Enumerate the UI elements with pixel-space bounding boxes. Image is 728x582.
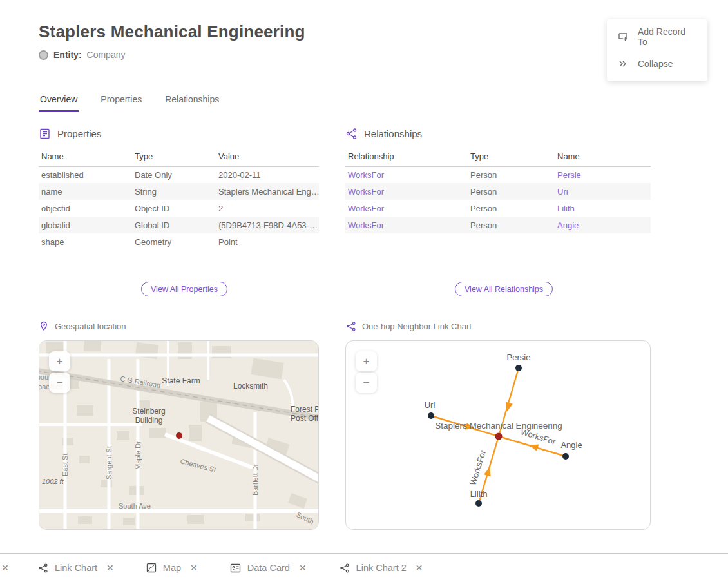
link-chart-panel[interactable]: WorksFor WorksFor Persie Uri Angie Lilit…	[345, 340, 651, 530]
cell-type: Person	[468, 217, 555, 233]
menu-item-collapse[interactable]: Collapse	[607, 50, 707, 77]
geospatial-section-header: Geospatial location	[39, 321, 126, 331]
map-label-state-farm: State Farm	[162, 376, 200, 385]
close-tab-icon[interactable]: ✕	[416, 563, 423, 573]
link-chart-tab-icon	[37, 563, 48, 574]
cell-type: Date Only	[132, 166, 216, 183]
view-all-properties-button[interactable]: View All Properties	[141, 282, 227, 296]
link-chart-section-header: One-hop Neighbor Link Chart	[345, 321, 472, 332]
map-label-steinberg-1: Steinberg	[132, 407, 165, 416]
entity-row: Entity: Company	[39, 50, 125, 60]
link-chart-zoom-out-button[interactable]: −	[356, 373, 377, 393]
relationship-link[interactable]: WorksFor	[348, 187, 384, 197]
location-marker	[176, 432, 182, 439]
table-row: WorksFor Person Uri	[345, 183, 651, 200]
node-center[interactable]	[495, 433, 503, 440]
bottom-tab-bar: ✕ Link Chart ✕ Map ✕ Data Card ✕	[0, 553, 728, 582]
bottom-tab-map[interactable]: Map ✕	[135, 554, 209, 582]
cell-name: shape	[39, 233, 132, 250]
col-header-type: Type	[468, 147, 555, 166]
partial-tab-close-icon[interactable]: ✕	[1, 563, 10, 573]
cell-type: Person	[468, 166, 555, 183]
cell-type: String	[132, 183, 216, 200]
link-chart-zoom-control: + −	[356, 351, 377, 393]
relationships-table: Relationship Type Name WorksFor Person P…	[345, 147, 651, 233]
cell-name: globalid	[39, 217, 132, 233]
map-label-locksmith: Locksmith	[233, 382, 268, 391]
table-row: established Date Only 2020-02-11	[39, 166, 319, 183]
entity-label: Entity:	[53, 50, 82, 60]
node-angie[interactable]	[562, 453, 569, 460]
section-title: Relationships	[364, 128, 422, 139]
col-header-type: Type	[132, 147, 216, 166]
tab-relationships[interactable]: Relationships	[164, 92, 220, 112]
cell-value: 2020-02-11	[216, 166, 319, 183]
map-zoom-control: + −	[49, 351, 70, 393]
section-title: Properties	[57, 128, 101, 139]
close-tab-icon[interactable]: ✕	[190, 563, 198, 573]
entity-link[interactable]: Uri	[557, 187, 568, 197]
bottom-tab-label: Map	[163, 563, 181, 573]
node-label-center: Staplers Mechanical Engineering	[435, 421, 562, 431]
table-row: shape Geometry Point	[39, 233, 319, 250]
close-tab-icon[interactable]: ✕	[299, 563, 307, 573]
node-label-uri: Uri	[425, 400, 436, 410]
col-header-value: Value	[216, 147, 319, 166]
relationship-link[interactable]: WorksFor	[348, 170, 384, 180]
menu-item-add-record-to[interactable]: Add Record To	[607, 23, 707, 50]
entity-type: Company	[87, 50, 126, 60]
edge-arrow	[503, 402, 512, 413]
map-zoom-in-button[interactable]: +	[49, 351, 70, 371]
node-label-lilith: Lilith	[470, 489, 488, 499]
table-row: globalid Global ID {5D9B4713-F98D-4A53-…	[39, 217, 319, 233]
col-header-name: Name	[555, 147, 651, 166]
entity-link[interactable]: Angie	[557, 220, 579, 230]
close-tab-icon[interactable]: ✕	[106, 563, 114, 573]
link-chart-tab-icon	[339, 563, 350, 574]
cell-type: Object ID	[132, 200, 216, 217]
col-header-relationship: Relationship	[345, 147, 468, 166]
page-title: Staplers Mechanical Engineering	[39, 22, 305, 42]
tab-overview[interactable]: Overview	[39, 92, 79, 112]
bottom-tab-link-chart[interactable]: Link Chart ✕	[26, 554, 126, 582]
properties-table: Name Type Value established Date Only 20…	[39, 147, 319, 250]
map-canvas[interactable]: C G Railroad State Farm Locksmith Forest…	[39, 341, 319, 530]
map-pin-icon	[39, 321, 49, 331]
cell-type: Person	[468, 183, 555, 200]
cell-name: name	[39, 183, 132, 200]
col-header-name: Name	[39, 147, 132, 166]
map-zoom-out-button[interactable]: −	[49, 373, 70, 393]
node-lilith[interactable]	[475, 500, 482, 507]
relationship-link[interactable]: WorksFor	[348, 220, 384, 230]
table-row: name String Staplers Mechanical Eng…	[39, 183, 319, 200]
edge-arrow	[528, 441, 539, 451]
relationship-link[interactable]: WorksFor	[348, 204, 384, 213]
tab-properties[interactable]: Properties	[99, 92, 143, 112]
map-label-maple-dr: Maple Dr	[134, 441, 142, 470]
relationships-icon	[345, 128, 358, 140]
link-chart-canvas[interactable]: WorksFor WorksFor Persie Uri Angie Lilit…	[346, 341, 651, 530]
map-panel[interactable]: C G Railroad State Farm Locksmith Forest…	[39, 340, 319, 530]
map-label-forest-park-1: Forest Par	[291, 405, 319, 414]
bottom-tab-label: Data Card	[247, 563, 290, 573]
view-all-relationships-button[interactable]: View All Relationships	[455, 282, 553, 296]
node-uri[interactable]	[428, 412, 434, 419]
table-row: WorksFor Person Lilith	[345, 200, 651, 217]
node-persie[interactable]	[515, 365, 522, 371]
entity-link[interactable]: Persie	[557, 170, 581, 180]
entity-link[interactable]: Lilith	[557, 204, 575, 213]
section-title: Geospatial location	[55, 322, 126, 331]
cell-type: Geometry	[132, 233, 216, 250]
context-menu: Add Record To Collapse	[607, 19, 707, 81]
tab-bar: Overview Properties Relationships	[39, 92, 220, 112]
cell-value: Staplers Mechanical Eng…	[216, 183, 319, 200]
bottom-tab-link-chart-2[interactable]: Link Chart 2 ✕	[327, 554, 435, 582]
properties-section-header: Properties	[39, 128, 101, 140]
cell-name: objectid	[39, 200, 132, 217]
map-label-east-st: East St	[61, 454, 69, 476]
bottom-tab-data-card[interactable]: Data Card ✕	[218, 554, 318, 582]
section-title: One-hop Neighbor Link Chart	[362, 322, 472, 331]
link-chart-zoom-in-button[interactable]: +	[356, 351, 377, 371]
map-scale-text: 1002 ft	[42, 478, 64, 485]
cell-type: Global ID	[132, 217, 216, 233]
